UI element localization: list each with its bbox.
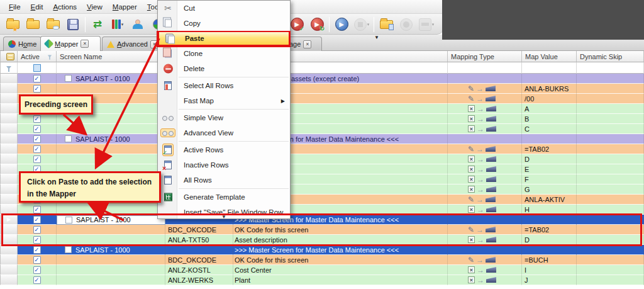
screen-name-cell[interactable]: SAPLAIST - 1000 <box>57 134 165 144</box>
mapping-type-cell[interactable] <box>448 245 522 255</box>
active-cell[interactable]: ✓ <box>18 154 57 164</box>
mapping-type-cell[interactable]: ✎→ <box>448 94 522 104</box>
grid-row[interactable]: ✓✎→/00 <box>0 94 644 104</box>
filter-icon[interactable] <box>48 55 52 58</box>
active-checkbox[interactable]: ✓ <box>33 125 41 133</box>
row-indicator[interactable] <box>0 265 18 275</box>
row-indicator[interactable]: ▶ <box>0 215 18 225</box>
mapping-type-cell[interactable]: ×→ <box>448 124 522 134</box>
menu-view[interactable]: View <box>82 1 108 13</box>
row-indicator[interactable] <box>0 104 18 114</box>
toolbar-user-button[interactable] <box>128 15 148 33</box>
screen-name-cell[interactable] <box>57 124 165 134</box>
field-name-cell[interactable] <box>165 245 233 255</box>
close-icon[interactable]: × <box>80 40 89 48</box>
context-menu-item-delete[interactable]: Delete <box>158 61 290 76</box>
screen-name-cell[interactable] <box>57 205 165 215</box>
dynamic-skip-cell[interactable] <box>577 205 644 215</box>
mapping-type-cell[interactable]: ✎→ <box>448 84 522 94</box>
grid-header-row[interactable]: ActiveScreen NameMapping TypeMap ValueDy… <box>0 51 644 62</box>
context-menu-item-paste[interactable]: Paste <box>158 31 290 46</box>
dynamic-skip-cell[interactable] <box>577 84 644 94</box>
header-map-value[interactable]: Map Value <box>522 51 577 62</box>
dynamic-skip-cell[interactable] <box>577 245 644 255</box>
grid-corner-cell[interactable] <box>0 51 18 62</box>
mapping-type-cell[interactable]: ×→ <box>448 154 522 164</box>
filter-cell[interactable] <box>57 62 165 74</box>
field-name-cell[interactable]: ANLA-TXT50 <box>165 235 233 245</box>
active-cell[interactable]: ✓ <box>18 245 57 255</box>
dynamic-skip-cell[interactable] <box>577 94 644 104</box>
header-dynamic-skip[interactable]: Dynamic Skip <box>577 51 644 62</box>
active-checkbox[interactable]: ✓ <box>33 115 41 123</box>
screen-name-cell[interactable] <box>57 275 165 285</box>
filter-cell[interactable] <box>522 62 577 74</box>
description-cell[interactable]: Asset description <box>233 235 448 245</box>
grid-row[interactable]: ✓BDC_OKCODEOK Code for this screen✎→=BUC… <box>0 255 644 265</box>
field-name-cell[interactable]: BDC_OKCODE <box>165 225 233 235</box>
map-value-cell[interactable]: H <box>522 205 577 215</box>
filter-row-indicator[interactable] <box>0 62 18 74</box>
screen-name-cell[interactable] <box>57 255 165 265</box>
active-cell[interactable]: ✓ <box>18 134 57 144</box>
row-indicator[interactable] <box>0 225 18 235</box>
mapping-type-cell[interactable]: ×→ <box>448 114 522 124</box>
map-value-cell[interactable] <box>522 245 577 255</box>
map-value-cell[interactable]: F <box>522 174 577 184</box>
screen-name-cell[interactable] <box>57 225 165 235</box>
map-value-cell[interactable]: =TAB02 <box>522 225 577 235</box>
active-cell[interactable]: ✓ <box>18 275 57 285</box>
context-menu-item-fast-map[interactable]: Fast Map▶ <box>158 93 290 108</box>
mapping-type-cell[interactable]: ✎→ <box>448 225 522 235</box>
menu-file[interactable]: File <box>4 1 26 13</box>
grid-row[interactable]: ✓×→A <box>0 104 644 114</box>
map-value-cell[interactable]: D <box>522 154 577 164</box>
context-menu-item-generate-template[interactable]: Generate Template <box>158 190 290 205</box>
active-cell[interactable]: ✓ <box>18 205 57 215</box>
active-checkbox[interactable]: ✓ <box>33 206 41 213</box>
mapping-type-cell[interactable]: ×→ <box>448 174 522 184</box>
map-value-cell[interactable]: J <box>522 275 577 285</box>
active-checkbox[interactable]: ✓ <box>33 266 41 274</box>
row-indicator[interactable] <box>0 245 18 255</box>
row-indicator[interactable] <box>0 205 18 215</box>
map-value-cell[interactable]: /00 <box>522 94 577 104</box>
dynamic-skip-cell[interactable] <box>577 144 644 154</box>
row-indicator[interactable] <box>0 184 18 195</box>
row-indicator[interactable] <box>0 124 18 134</box>
toolbar-open-recent-button[interactable] <box>43 15 63 33</box>
grid-row[interactable]: ✓✎→=TAB02 <box>0 144 644 154</box>
active-checkbox[interactable]: ✓ <box>33 135 41 143</box>
context-menu-item-simple-view[interactable]: Simple View <box>158 110 290 125</box>
active-cell[interactable]: ✓ <box>18 235 57 245</box>
grid-row[interactable]: ✓×→D <box>0 154 644 164</box>
dynamic-skip-cell[interactable] <box>577 164 644 174</box>
dynamic-skip-cell[interactable] <box>577 255 644 265</box>
header-screen-name[interactable]: Screen Name <box>57 51 165 62</box>
description-cell[interactable]: Cost Center <box>233 265 448 275</box>
menu-edit[interactable]: Edit <box>26 1 48 13</box>
map-value-cell[interactable]: B <box>522 114 577 124</box>
active-checkbox[interactable]: ✓ <box>33 226 41 234</box>
dynamic-skip-cell[interactable] <box>577 225 644 235</box>
dynamic-skip-cell[interactable] <box>577 195 644 205</box>
dynamic-skip-cell[interactable] <box>577 114 644 124</box>
grid-row[interactable]: ▶✓SAPLAIST - 1000>>> Master Screen for M… <box>0 215 644 225</box>
screen-name-cell[interactable]: SAPLAIST - 1000 <box>57 215 165 225</box>
row-indicator[interactable] <box>0 114 18 124</box>
map-value-cell[interactable]: C <box>522 124 577 134</box>
dynamic-skip-cell[interactable] <box>577 74 644 84</box>
dynamic-skip-cell[interactable] <box>577 154 644 164</box>
active-checkbox[interactable]: ✓ <box>33 156 41 163</box>
header-mapping-type[interactable]: Mapping Type <box>448 51 522 62</box>
filter-cell[interactable] <box>448 62 522 74</box>
grid-row[interactable]: ✓✎→ANLA-BUKRS <box>0 84 644 94</box>
field-name-cell[interactable]: ANLZ-WERKS <box>165 275 233 285</box>
row-indicator[interactable] <box>0 134 18 144</box>
active-checkbox[interactable]: ✓ <box>33 236 41 244</box>
mapping-type-cell[interactable]: ×→ <box>448 104 522 114</box>
context-menu-item-active-rows[interactable]: Active Rows <box>158 142 290 157</box>
map-value-cell[interactable]: I <box>522 265 577 275</box>
grid-row[interactable]: ✓SAPLAIST - 1000>>> Master Screen for Ma… <box>0 134 644 144</box>
row-indicator[interactable] <box>0 84 18 94</box>
